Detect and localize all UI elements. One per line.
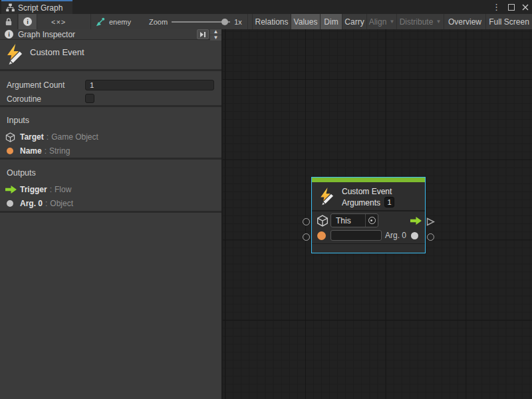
- lock-icon: [5, 17, 13, 26]
- target-dropdown[interactable]: This: [331, 213, 378, 227]
- scroll-spinner: ▲ ▼: [210, 29, 221, 40]
- port-type: Game Object: [51, 132, 98, 142]
- scroll-up-button[interactable]: ▲: [210, 29, 221, 35]
- outputs-title: Outputs: [7, 168, 36, 178]
- port-name: Arg. 0: [20, 199, 43, 208]
- code-icon: <×>: [51, 18, 66, 26]
- dropdown-arrow-icon: ▼: [436, 19, 441, 25]
- graph-canvas[interactable]: Custom Event Arguments 1 This Arg. 0: [223, 29, 532, 399]
- node-title: Custom Event: [342, 187, 392, 196]
- output-port-row: Trigger:Flow: [0, 184, 221, 195]
- distribute-button[interactable]: Distribute▼: [396, 14, 444, 29]
- output-port-row: Arg. 0:Object: [0, 198, 221, 209]
- tab-script-graph[interactable]: Script Graph: [1, 0, 72, 14]
- external-name-input-port[interactable]: [303, 233, 310, 241]
- input-port-row: Name:String: [0, 146, 221, 156]
- flow-output-port[interactable]: [410, 217, 422, 225]
- graph-breadcrumb[interactable]: enemy: [91, 14, 131, 29]
- info-icon: i: [5, 30, 13, 39]
- zoom-label: Zoom: [149, 18, 168, 26]
- custom-event-icon: [318, 188, 336, 206]
- window-menu-icon[interactable]: ⋮: [492, 0, 501, 14]
- object-picker-icon[interactable]: [365, 214, 378, 227]
- dropdown-arrow-icon: ▼: [389, 19, 394, 25]
- hide-inspector-button[interactable]: [197, 29, 209, 39]
- code-view-button[interactable]: <×>: [38, 14, 91, 29]
- full-screen-button[interactable]: Full Screen: [485, 14, 532, 29]
- node-body: This Arg. 0: [312, 211, 425, 243]
- outputs-section: Outputs Trigger:Flow Arg. 0:Object: [0, 162, 221, 213]
- string-port-icon: [7, 148, 13, 154]
- tab-bar: Script Graph ⋮: [0, 0, 532, 14]
- node-title-bar: [312, 178, 425, 182]
- node-header: Custom Event Arguments 1: [312, 182, 425, 211]
- custom-event-node[interactable]: Custom Event Arguments 1 This Arg. 0: [311, 177, 426, 253]
- relations-button[interactable]: Relations: [252, 14, 291, 29]
- arg0-output-port[interactable]: [411, 232, 418, 239]
- port-type: Flow: [55, 185, 71, 194]
- arg0-label: Arg. 0: [385, 231, 406, 240]
- coroutine-checkbox[interactable]: [85, 94, 94, 103]
- port-name: Target: [20, 132, 44, 142]
- window-close-icon[interactable]: [522, 4, 529, 11]
- scroll-down-button[interactable]: ▼: [210, 35, 221, 41]
- align-button[interactable]: Align▼: [366, 14, 396, 29]
- target-value: This: [331, 216, 365, 225]
- carry-button[interactable]: Carry: [342, 14, 366, 29]
- argument-count-input[interactable]: [85, 80, 214, 90]
- name-input-port[interactable]: [317, 231, 326, 240]
- values-button[interactable]: Values: [291, 14, 320, 29]
- object-port-icon: [7, 200, 13, 207]
- port-name: Name: [20, 146, 42, 156]
- argument-count-label: Argument Count: [7, 80, 65, 90]
- graph-inspector-title: Graph Inspector: [18, 30, 75, 39]
- window-controls: ⋮: [492, 0, 529, 14]
- flow-arrow-icon: [5, 186, 17, 194]
- unit-title-section: Custom Event: [0, 41, 221, 71]
- node-footer: [312, 243, 425, 250]
- graph-icon: [6, 3, 15, 12]
- external-arg0-output-port[interactable]: [427, 233, 434, 241]
- graph-name: enemy: [109, 18, 131, 26]
- dim-button[interactable]: Dim: [320, 14, 342, 29]
- info-icon: i: [23, 17, 32, 26]
- tab-title: Script Graph: [18, 3, 63, 13]
- lock-button[interactable]: [0, 14, 18, 29]
- inputs-title: Inputs: [7, 116, 29, 125]
- toolbar-buttons: Relations Values Dim Carry Align▼ Distri…: [252, 14, 532, 29]
- port-type: Object: [50, 199, 73, 208]
- graph-inspector-header: i Graph Inspector ▲ ▼: [0, 29, 221, 40]
- unit-fields-section: Argument Count Coroutine: [0, 73, 221, 107]
- node-arguments-label: Arguments: [342, 198, 380, 207]
- zoom-slider-handle[interactable]: [221, 19, 228, 25]
- name-input-field[interactable]: [331, 230, 382, 241]
- graph-pointer-icon: [96, 17, 105, 27]
- cube-icon: [317, 215, 329, 227]
- port-type: String: [49, 146, 70, 156]
- cube-icon: [5, 132, 15, 142]
- window-maximize-icon[interactable]: [508, 4, 515, 11]
- node-arguments-value[interactable]: 1: [384, 197, 394, 207]
- overview-button[interactable]: Overview: [444, 14, 485, 29]
- unit-title: Custom Event: [30, 47, 84, 57]
- custom-event-icon: [4, 44, 25, 66]
- external-flow-output-port[interactable]: [426, 217, 435, 226]
- inputs-section: Inputs Target:Game Object Name:String: [0, 109, 221, 160]
- coroutine-label: Coroutine: [7, 94, 41, 104]
- external-flow-input-port[interactable]: [303, 218, 310, 225]
- input-port-row: Target:Game Object: [0, 132, 221, 142]
- zoom-slider[interactable]: [172, 14, 233, 29]
- graph-inspector-panel: i Graph Inspector ▲ ▼ Custom Event Argum…: [0, 29, 223, 399]
- zoom-value: 1x: [234, 18, 242, 26]
- port-name: Trigger: [20, 185, 47, 194]
- zoom-control: Zoom 1x: [145, 14, 248, 29]
- script-graph-window: Script Graph ⋮ i <×>: [0, 0, 532, 399]
- graph-toolbar: i <×> enemy Zoom 1x Relations Values Dim: [0, 14, 532, 29]
- inspector-toggle-button[interactable]: i: [19, 14, 37, 29]
